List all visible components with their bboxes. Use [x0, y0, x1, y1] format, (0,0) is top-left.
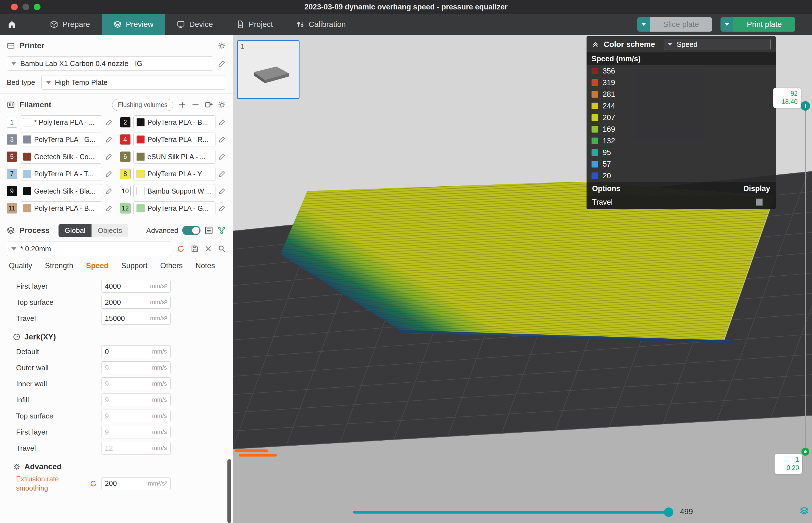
move-slider-handle[interactable] [664, 507, 673, 517]
subtab-quality[interactable]: Quality [9, 262, 32, 270]
search-settings-icon[interactable] [218, 245, 226, 253]
tab-calibration[interactable]: Calibration [285, 14, 358, 35]
filament-preset-dropdown[interactable]: PolyTerra PLA - B... [133, 115, 216, 129]
filament-preset-dropdown[interactable]: PolyTerra PLA - Y... [133, 167, 216, 181]
edit-filament-icon[interactable] [105, 204, 113, 212]
filament-preset-dropdown[interactable]: Bambu Support W ... [133, 184, 216, 198]
lower-layer-number: 1 [778, 456, 799, 464]
tab-prepare[interactable]: Prepare [38, 14, 102, 35]
print-plate-button[interactable]: Print plate [733, 17, 795, 32]
edit-filament-icon[interactable] [218, 153, 226, 161]
legend-title: Color scheme [604, 40, 655, 49]
edit-filament-icon[interactable] [218, 204, 226, 212]
subtab-speed[interactable]: Speed [86, 262, 108, 270]
reset-preset-icon[interactable] [177, 245, 185, 253]
process-preset-dropdown[interactable]: * 0.20mm [7, 241, 171, 256]
edit-filament-icon[interactable] [105, 170, 113, 178]
move-slider-track[interactable] [353, 511, 672, 513]
edit-filament-icon[interactable] [218, 119, 226, 126]
layer-slider-track[interactable] [805, 106, 806, 453]
filament-settings-gear-icon[interactable] [218, 101, 226, 109]
jerk-outer-wall-input[interactable]: 9 mm/s [101, 361, 170, 374]
scope-objects-button[interactable]: Objects [91, 224, 128, 237]
color-scheme-dropdown[interactable]: Speed [664, 39, 771, 50]
plate-thumbnail-1[interactable]: 1 [237, 40, 300, 99]
display-label: Display [743, 184, 770, 193]
print-dropdown-button[interactable] [721, 17, 733, 32]
scope-global-button[interactable]: Global [58, 224, 91, 237]
filament-preset-dropdown[interactable]: * PolyTerra PLA - ... [20, 115, 102, 129]
filament-preset-dropdown[interactable]: Geetech Silk - Bla... [20, 184, 102, 198]
minimize-button[interactable] [22, 4, 29, 10]
legend-header: Color scheme Speed [587, 36, 776, 52]
preview-viewport[interactable]: 1 Color scheme Speed Speed (mm/s) [233, 35, 812, 523]
extrusion-rate-smoothing-input[interactable]: 200 mm³/s² [101, 477, 170, 490]
printer-preset-dropdown[interactable]: Bambu Lab X1 Carbon 0.4 nozzle - IG [7, 56, 213, 71]
travel-checkbox[interactable] [756, 199, 763, 206]
filament-preset-dropdown[interactable]: PolyTerra PLA - R... [133, 132, 216, 146]
edit-filament-icon[interactable] [105, 153, 113, 161]
flushing-volumes-button[interactable]: Flushing volumes [112, 99, 173, 111]
printer-settings-gear-icon[interactable] [218, 41, 226, 50]
jerk-top-surface-input[interactable]: 9 mm/s [101, 410, 170, 422]
subtab-support[interactable]: Support [121, 262, 147, 270]
subtab-others[interactable]: Others [160, 262, 183, 270]
tab-label: Calibration [309, 20, 346, 29]
jerk-group-title: Jerk(XY) [24, 332, 56, 341]
edit-filament-icon[interactable] [218, 170, 226, 178]
accel-first-layer-input[interactable]: 4000 mm/s² [101, 280, 170, 292]
tab-label: Preview [126, 20, 154, 29]
reset-value-icon[interactable] [90, 480, 97, 487]
layers-mode-icon[interactable] [799, 506, 809, 516]
slice-dropdown-button[interactable] [637, 17, 650, 32]
tab-project[interactable]: Project [224, 14, 285, 35]
ams-sync-icon[interactable] [204, 101, 213, 109]
jerk-travel-input[interactable]: 12 mm/s [101, 442, 170, 454]
accel-travel-input[interactable]: 15000 mm/s² [101, 312, 170, 325]
filament-index-badge: 8 [120, 168, 131, 179]
save-preset-icon[interactable] [191, 245, 199, 253]
parameter-table-icon[interactable] [204, 226, 213, 235]
sidebar-scrollbar[interactable] [228, 459, 231, 523]
filament-index-badge: 3 [7, 134, 17, 145]
edit-filament-icon[interactable] [105, 119, 113, 126]
jerk-inner-wall-input[interactable]: 9 mm/s [101, 377, 170, 390]
jerk-infill-input[interactable]: 9 mm/s [101, 394, 170, 406]
filament-preset-dropdown[interactable]: eSUN Silk PLA - ... [133, 150, 216, 164]
layer-slider-upper-handle[interactable] [801, 101, 810, 111]
jerk-first-layer-input[interactable]: 9 mm/s [101, 426, 170, 438]
layer-slider-lower-handle[interactable] [801, 448, 809, 456]
tab-device[interactable]: Device [165, 14, 224, 35]
edit-filament-icon[interactable] [218, 187, 226, 195]
subtab-strength[interactable]: Strength [45, 262, 73, 270]
close-button[interactable] [11, 4, 18, 10]
edit-printer-icon[interactable] [218, 59, 226, 68]
home-button[interactable] [0, 14, 24, 35]
edit-filament-icon[interactable] [105, 136, 113, 143]
setting-unit: mm/s [152, 429, 167, 436]
delete-preset-icon[interactable] [204, 245, 212, 253]
remove-filament-icon[interactable] [191, 101, 200, 109]
filament-preset-dropdown[interactable]: PolyTerra PLA - G... [20, 132, 102, 146]
add-filament-icon[interactable] [178, 101, 187, 109]
filament-preset-dropdown[interactable]: PolyTerra PLA - B... [20, 201, 102, 215]
jerk-default-input[interactable]: 0 mm/s [101, 345, 170, 358]
advanced-toggle[interactable] [182, 226, 200, 235]
slice-plate-button[interactable]: Slice plate [650, 17, 712, 32]
filament-preset-dropdown[interactable]: Geetech Silk - Co... [20, 150, 102, 164]
fullscreen-button[interactable] [34, 4, 40, 10]
bed-type-dropdown[interactable]: High Temp Plate [41, 75, 226, 90]
object-tree-icon[interactable] [217, 226, 226, 235]
filament-preset-dropdown[interactable]: PolyTerra PLA - G... [133, 201, 216, 215]
filament-preset-dropdown[interactable]: PolyTerra PLA - T... [20, 167, 102, 181]
bed-type-label: Bed type [7, 78, 35, 87]
subtab-notes[interactable]: Notes [196, 262, 215, 270]
edit-filament-icon[interactable] [105, 187, 113, 195]
edit-filament-icon[interactable] [218, 136, 226, 143]
accel-top-surface-input[interactable]: 2000 mm/s² [101, 296, 170, 309]
process-scope-switch: Global Objects [58, 224, 128, 237]
setting-unit: mm/s² [150, 299, 167, 306]
legend-entry: 20 [587, 170, 776, 182]
collapse-icon[interactable] [592, 40, 599, 48]
tab-preview[interactable]: Preview [102, 14, 165, 35]
